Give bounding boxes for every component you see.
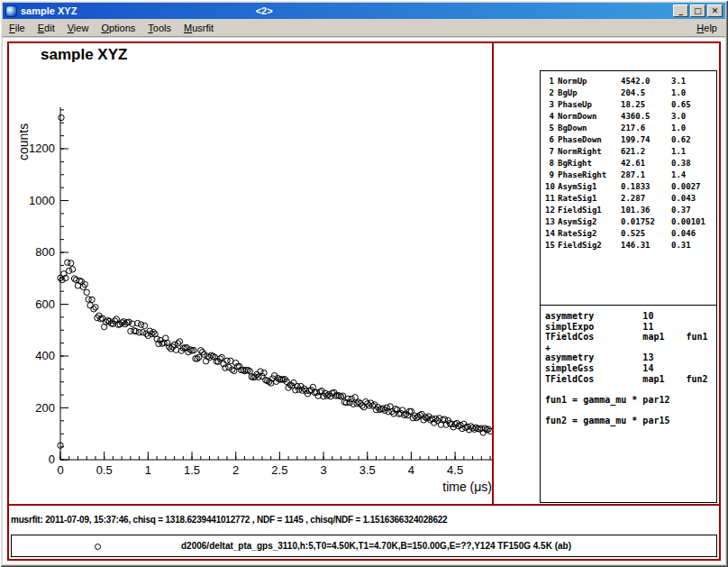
param-index: 10 xyxy=(545,181,558,193)
window-title: sample XYZ xyxy=(21,5,77,16)
close-button[interactable]: ✕ xyxy=(707,5,723,17)
data-point xyxy=(59,114,64,120)
param-value: 0.525 xyxy=(621,228,671,240)
param-name: RateSig2 xyxy=(558,228,621,240)
data-point xyxy=(261,370,267,376)
param-row: 9PhaseRight287.11.4 xyxy=(541,169,716,181)
param-value: 287.1 xyxy=(621,169,671,181)
param-error: 1.0 xyxy=(671,87,712,99)
param-row: 7NormRight621.21.1 xyxy=(541,146,716,158)
param-value: 199.74 xyxy=(621,134,671,146)
close-icon: ✕ xyxy=(712,6,719,15)
x-axis-title: time (μs) xyxy=(442,480,492,494)
x-tick-label: 4.5 xyxy=(447,463,463,477)
y-tick-label: 800 xyxy=(35,245,55,259)
y-tick-label: 1200 xyxy=(29,142,55,155)
theory-text: asymmetry 10 simplExpo 11 TFieldCos map1… xyxy=(545,311,712,426)
theory-box[interactable]: asymmetry 10 simplExpo 11 TFieldCos map1… xyxy=(540,305,717,503)
menu-item-tools[interactable]: Tools xyxy=(141,20,177,36)
menu-item-musrfit[interactable]: Musrfit xyxy=(177,20,220,36)
param-index: 12 xyxy=(545,205,558,216)
app-icon[interactable] xyxy=(5,5,17,17)
param-row: 15FieldSig2146.310.31 xyxy=(541,240,716,251)
legend-box[interactable]: d2006/deltat_pta_gps_3110,h:5,T0=4.50K,T… xyxy=(11,535,717,557)
x-tick-label: 4 xyxy=(408,463,414,477)
param-value: 2.287 xyxy=(621,193,671,205)
param-error: 3.0 xyxy=(671,111,712,123)
x-tick-label: 2 xyxy=(232,463,239,477)
param-error: 1.0 xyxy=(671,123,712,134)
param-error: 0.0027 xyxy=(671,181,712,193)
param-name: FieldSig2 xyxy=(558,240,621,251)
menu-item-options[interactable]: Options xyxy=(95,20,141,36)
param-row: 6PhaseDown199.740.62 xyxy=(541,134,716,146)
param-index: 15 xyxy=(545,240,558,251)
param-name: PhaseDown xyxy=(558,134,621,146)
menu-item-view[interactable]: View xyxy=(61,20,96,36)
param-error: 0.62 xyxy=(671,134,712,146)
param-name: PhaseRight xyxy=(558,169,621,181)
param-name: BgRight xyxy=(558,158,621,169)
param-value: 204.5 xyxy=(621,87,671,99)
application-window: sample XYZ <2> _ □ ✕ File Edit View Opti… xyxy=(0,0,728,567)
y-tick-label: 0 xyxy=(49,453,55,466)
data-point xyxy=(356,399,361,405)
plot-svg[interactable]: 00.511.522.533.544.502004006008001000120… xyxy=(9,45,492,504)
param-row: 5BgDown217.61.0 xyxy=(541,123,716,134)
legend-marker-icon xyxy=(95,544,101,550)
param-name: FieldSig1 xyxy=(558,205,621,216)
x-tick-label: 2.5 xyxy=(271,463,287,477)
canvas: sample XYZ 00.511.522.533.544.5020040060… xyxy=(3,38,725,564)
menu-item-edit[interactable]: Edit xyxy=(32,20,61,36)
param-value: 0.1833 xyxy=(621,181,671,193)
menu-item-help[interactable]: Help xyxy=(688,20,725,36)
x-tick-label: 3 xyxy=(320,463,326,477)
param-name: BgUp xyxy=(558,87,621,99)
data-point xyxy=(233,360,239,365)
x-tick-label: 1.5 xyxy=(184,463,200,477)
maximize-button[interactable]: □ xyxy=(690,5,705,17)
param-row: 8BgRight42.610.38 xyxy=(541,158,716,169)
param-index: 11 xyxy=(545,193,558,205)
param-error: 0.37 xyxy=(671,205,712,216)
window-badge: <2> xyxy=(256,5,273,16)
data-point xyxy=(67,268,72,273)
param-index: 9 xyxy=(545,169,558,181)
param-row: 1NormUp4542.03.1 xyxy=(541,76,716,87)
param-name: AsymSig1 xyxy=(558,181,621,193)
data-point xyxy=(84,289,89,295)
param-error: 0.046 xyxy=(671,228,712,240)
param-index: 8 xyxy=(545,158,558,169)
param-index: 3 xyxy=(545,99,558,111)
pad-divider-vertical xyxy=(492,41,494,506)
param-value: 217.6 xyxy=(621,123,671,134)
param-value: 101.36 xyxy=(621,205,671,216)
menubar: File Edit View Options Tools Musrfit Hel… xyxy=(3,19,725,37)
param-error: 1.4 xyxy=(671,169,712,181)
param-index: 6 xyxy=(545,134,558,146)
data-point xyxy=(196,354,202,360)
param-row: 4NormDown4360.53.0 xyxy=(541,111,716,123)
y-axis-title: counts xyxy=(16,123,31,160)
param-row: 13AsymSig20.017520.00101 xyxy=(541,216,716,228)
param-error: 0.00101 xyxy=(671,216,712,228)
x-tick-label: 1 xyxy=(145,463,151,477)
status-line: musrfit: 2011-07-09, 15:37:46, chisq = 1… xyxy=(11,515,447,525)
param-value: 4360.5 xyxy=(621,111,671,123)
param-error: 0.043 xyxy=(671,193,712,205)
menu-item-file[interactable]: File xyxy=(3,20,32,36)
titlebar[interactable]: sample XYZ <2> _ □ ✕ xyxy=(3,3,725,19)
param-name: PhaseUp xyxy=(558,99,621,111)
data-point xyxy=(135,320,141,325)
param-index: 1 xyxy=(545,76,558,87)
window-controls: _ □ ✕ xyxy=(673,5,723,17)
param-value: 18.25 xyxy=(621,99,671,111)
param-name: RateSig1 xyxy=(558,193,621,205)
param-box[interactable]: 1NormUp4542.03.12BgUp204.51.03PhaseUp18.… xyxy=(540,70,717,306)
param-row: 3PhaseUp18.250.65 xyxy=(541,99,716,111)
data-point xyxy=(138,322,143,327)
axis-labels: 00.511.522.533.544.502004006008001000120… xyxy=(16,123,492,494)
param-index: 2 xyxy=(545,87,558,99)
param-value: 42.61 xyxy=(621,158,671,169)
minimize-button[interactable]: _ xyxy=(673,5,688,17)
